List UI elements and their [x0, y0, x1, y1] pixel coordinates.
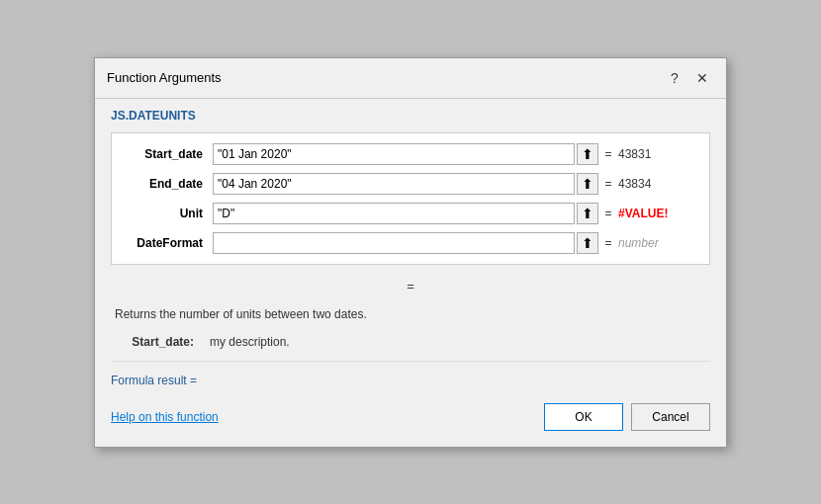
title-bar-right: ? ✕: [663, 66, 714, 90]
collapse-start-date[interactable]: ⬆: [577, 143, 598, 165]
collapse-unit[interactable]: ⬆: [577, 203, 598, 224]
title-bar-left: Function Arguments: [107, 70, 222, 85]
label-start-date: Start_date: [124, 147, 213, 161]
result-end-date: 43834: [618, 177, 697, 191]
input-wrap-dateformat: ⬆: [213, 232, 598, 254]
param-desc: my description.: [210, 335, 290, 349]
label-unit: Unit: [124, 207, 213, 220]
param-name: Start_date:: [115, 335, 194, 349]
ok-button[interactable]: OK: [544, 403, 623, 431]
input-end-date[interactable]: [213, 173, 575, 195]
help-button[interactable]: ?: [663, 66, 686, 90]
arg-row-unit: Unit ⬆ = #VALUE!: [124, 203, 697, 224]
formula-equals-line: =: [111, 275, 710, 297]
help-link[interactable]: Help on this function: [111, 410, 219, 424]
close-button[interactable]: ✕: [690, 66, 714, 90]
arg-row-dateformat: DateFormat ⬆ = number: [124, 232, 697, 254]
formula-result: Formula result =: [111, 374, 710, 387]
input-unit[interactable]: [213, 203, 575, 224]
input-wrap-unit: ⬆: [213, 203, 598, 224]
description-main: Returns the number of units between two …: [115, 305, 706, 323]
buttons-group: OK Cancel: [544, 403, 710, 431]
label-dateformat: DateFormat: [124, 236, 213, 250]
function-arguments-dialog: Function Arguments ? ✕ JS.DATEUNITS Star…: [94, 57, 727, 448]
eq4: =: [598, 236, 618, 250]
dialog-body: JS.DATEUNITS Start_date ⬆ = 43831 End_da…: [95, 99, 726, 447]
function-name: JS.DATEUNITS: [111, 109, 710, 123]
dialog-title: Function Arguments: [107, 70, 222, 85]
collapse-dateformat[interactable]: ⬆: [577, 232, 598, 254]
bottom-section: Formula result = Help on this function O…: [111, 361, 710, 431]
input-start-date[interactable]: [213, 143, 575, 165]
label-end-date: End_date: [124, 177, 213, 191]
arguments-section: Start_date ⬆ = 43831 End_date ⬆ = 43834: [111, 132, 710, 265]
arg-row-end-date: End_date ⬆ = 43834: [124, 173, 697, 195]
input-wrap-start-date: ⬆: [213, 143, 598, 165]
description-param: Start_date: my description.: [115, 335, 706, 349]
input-wrap-end-date: ⬆: [213, 173, 598, 195]
result-unit: #VALUE!: [618, 207, 697, 220]
description-section: Returns the number of units between two …: [111, 297, 710, 357]
eq2: =: [598, 177, 618, 191]
collapse-end-date[interactable]: ⬆: [577, 173, 598, 195]
eq1: =: [598, 147, 618, 161]
cancel-button[interactable]: Cancel: [631, 403, 710, 431]
action-row: Help on this function OK Cancel: [111, 403, 710, 431]
eq3: =: [598, 207, 618, 220]
arg-row-start-date: Start_date ⬆ = 43831: [124, 143, 697, 165]
title-bar: Function Arguments ? ✕: [95, 58, 726, 99]
result-start-date: 43831: [618, 147, 697, 161]
result-dateformat: number: [618, 236, 697, 250]
input-dateformat[interactable]: [213, 232, 575, 254]
